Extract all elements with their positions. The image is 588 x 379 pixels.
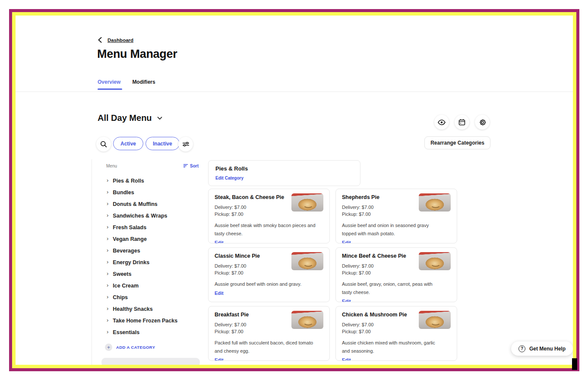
edit-item-link[interactable]: Edit bbox=[215, 357, 224, 361]
item-photo bbox=[419, 193, 451, 212]
sidebar-category-item[interactable]: › Energy Drinks bbox=[92, 256, 204, 268]
item-name: Breakfast Pie bbox=[215, 312, 289, 319]
item-pickup-price: Pickup: $7.00 bbox=[215, 211, 323, 218]
item-pickup-price: Pickup: $7.00 bbox=[342, 269, 451, 277]
category-label: Essentials bbox=[113, 329, 139, 335]
sidebar-category-item[interactable]: › Sandwiches & Wraps bbox=[92, 210, 204, 221]
sidebar-category-item[interactable]: › Healthy Snacks bbox=[92, 303, 204, 315]
search-button[interactable] bbox=[96, 137, 111, 152]
tab-overview[interactable]: Overview bbox=[98, 79, 120, 85]
item-description: Aussie beef and onion in seasoned gravy … bbox=[342, 221, 443, 238]
item-name: Steak, Bacon & Cheese Pie bbox=[215, 194, 289, 201]
filter-options-button[interactable] bbox=[178, 137, 193, 152]
category-label: Healthy Snacks bbox=[113, 306, 152, 312]
sidebar-heading: Menu bbox=[106, 164, 117, 168]
chevron-right-icon: › bbox=[107, 236, 108, 241]
item-name: Classic Mince Pie bbox=[215, 253, 289, 260]
screenshot-canvas: Dashboard Menu Manager Overview Modifier… bbox=[0, 0, 588, 379]
category-title: Pies & Rolls bbox=[215, 165, 353, 172]
calendar-icon bbox=[458, 119, 465, 126]
item-description: Aussie beef steak with smoky bacon piece… bbox=[215, 221, 316, 238]
filter-pill-active[interactable]: Active bbox=[113, 137, 143, 150]
edit-item-link[interactable]: Edit bbox=[342, 240, 351, 243]
back-link-label[interactable]: Dashboard bbox=[107, 38, 133, 43]
chevron-right-icon: › bbox=[107, 177, 108, 183]
sidebar-category-item[interactable]: › Sweets bbox=[92, 268, 204, 280]
sidebar-category-item[interactable]: › Essentials bbox=[92, 326, 204, 338]
sidebar-category-item[interactable]: › Vegan Range bbox=[92, 233, 204, 245]
annotation-frame-outer: Dashboard Menu Manager Overview Modifier… bbox=[9, 9, 579, 371]
sidebar-category-item[interactable]: › Fresh Salads bbox=[92, 221, 204, 233]
edit-item-link[interactable]: Edit bbox=[342, 299, 351, 302]
item-name: Shepherds Pie bbox=[342, 194, 416, 201]
chevron-right-icon: › bbox=[107, 189, 108, 195]
category-label: Ice Cream bbox=[113, 283, 139, 289]
item-pickup-price: Pickup: $7.00 bbox=[342, 328, 451, 335]
get-menu-help-button[interactable]: ? Get Menu Help bbox=[511, 341, 573, 356]
item-pickup-price: Pickup: $7.00 bbox=[342, 211, 451, 218]
menu-item-card: Steak, Bacon & Cheese Pie Delivery: $7.0… bbox=[208, 189, 330, 243]
screenshot-artifact bbox=[572, 358, 577, 370]
sort-label: Sort bbox=[190, 164, 199, 168]
chevron-right-icon: › bbox=[107, 212, 108, 218]
sidebar-category-item[interactable]: › Bundles bbox=[92, 186, 204, 198]
category-label: Energy Drinks bbox=[113, 259, 149, 265]
back-to-dashboard-link[interactable]: Dashboard bbox=[98, 37, 133, 43]
chevron-right-icon: › bbox=[107, 201, 108, 206]
item-photo bbox=[291, 311, 323, 329]
annotation-frame-inner: Dashboard Menu Manager Overview Modifier… bbox=[12, 12, 576, 368]
menu-hours-button[interactable] bbox=[455, 115, 469, 129]
menu-item-card: Shepherds Pie Delivery: $7.00 Pickup: $7… bbox=[335, 189, 457, 243]
menu-selector-dropdown[interactable]: All Day Menu bbox=[98, 113, 162, 123]
chevron-right-icon: › bbox=[107, 306, 108, 311]
plus-icon: + bbox=[105, 344, 112, 351]
chevron-right-icon: › bbox=[107, 294, 108, 300]
sidebar-category-item[interactable]: › Take Home Frozen Packs bbox=[92, 315, 204, 326]
preview-menu-button[interactable] bbox=[434, 115, 449, 129]
sort-icon bbox=[183, 164, 188, 168]
item-photo bbox=[291, 252, 323, 270]
sidebar-category-item[interactable]: › Ice Cream bbox=[92, 280, 204, 291]
tab-modifiers[interactable]: Modifiers bbox=[132, 79, 155, 85]
menu-item-card: Mince Beef & Cheese Pie Delivery: $7.00 … bbox=[335, 247, 457, 302]
chevron-right-icon: › bbox=[107, 317, 108, 323]
category-label: Sweets bbox=[113, 271, 131, 277]
category-label: Chips bbox=[113, 294, 128, 300]
chevron-right-icon: › bbox=[107, 224, 108, 230]
chevron-right-icon: › bbox=[107, 282, 108, 288]
sidebar-category-item[interactable]: › Pies & Rolls bbox=[92, 175, 204, 186]
sidebar-category-item[interactable]: › Donuts & Muffins bbox=[92, 198, 204, 210]
add-category-button[interactable]: + ADD A CATEGORY bbox=[105, 344, 155, 351]
filter-pill-inactive[interactable]: Inactive bbox=[145, 137, 180, 150]
sidebar-category-item[interactable]: › Beverages bbox=[92, 245, 204, 256]
edit-category-link[interactable]: Edit Category bbox=[215, 176, 243, 180]
item-pickup-price: Pickup: $7.00 bbox=[215, 328, 323, 335]
item-description: Aussie beef, gravy, onion, carrot, peas … bbox=[342, 280, 443, 297]
item-description: Aussie chicken mixed with mushroom, garl… bbox=[342, 339, 443, 356]
edit-item-link[interactable]: Edit bbox=[342, 357, 351, 361]
gear-icon bbox=[479, 119, 486, 126]
chevron-right-icon: › bbox=[107, 329, 108, 335]
category-label: Donuts & Muffins bbox=[113, 201, 157, 207]
category-label: Pies & Rolls bbox=[113, 178, 144, 184]
question-mark-icon: ? bbox=[518, 345, 525, 352]
chevron-right-icon: › bbox=[107, 271, 108, 276]
item-description: Aussie ground beef with onion and gravy. bbox=[215, 280, 316, 288]
menu-item-card: Breakfast Pie Delivery: $7.00 Pickup: $7… bbox=[208, 306, 330, 361]
category-label: Bundles bbox=[113, 190, 134, 196]
rearrange-categories-button[interactable]: Rearrange Categories bbox=[424, 136, 490, 149]
category-label: Sandwiches & Wraps bbox=[113, 213, 167, 219]
category-label: Vegan Range bbox=[113, 236, 147, 242]
menu-content: Pies & Rolls Edit Category Steak, Bacon … bbox=[208, 160, 458, 365]
sort-button[interactable]: Sort bbox=[183, 164, 199, 168]
sliders-icon bbox=[182, 142, 190, 147]
edit-item-link[interactable]: Edit bbox=[215, 240, 224, 243]
item-name: Chicken & Mushroom Pie bbox=[342, 312, 416, 319]
edit-item-link[interactable]: Edit bbox=[215, 291, 224, 296]
menu-settings-button[interactable] bbox=[475, 115, 490, 129]
item-name: Mince Beef & Cheese Pie bbox=[342, 253, 416, 260]
page-title: Menu Manager bbox=[97, 47, 177, 61]
chevron-right-icon: › bbox=[107, 247, 108, 253]
sidebar-category-item[interactable]: › Chips bbox=[92, 291, 204, 303]
add-category-label: ADD A CATEGORY bbox=[116, 345, 155, 350]
